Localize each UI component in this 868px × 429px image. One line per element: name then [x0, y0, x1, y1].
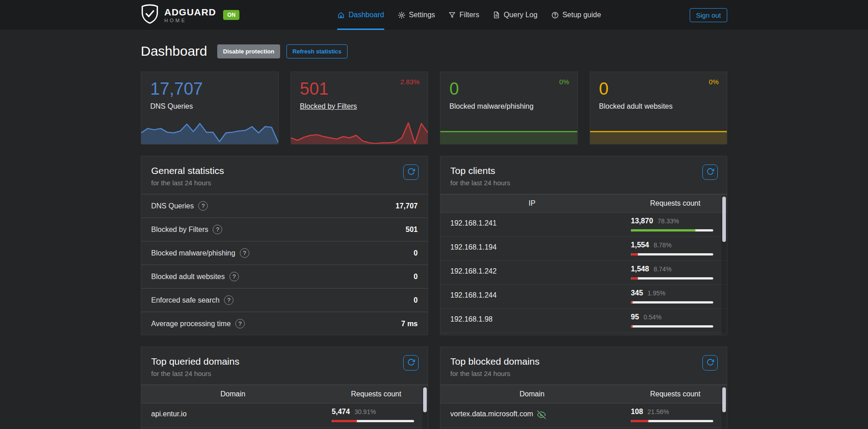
column-header-domain: Domain: [440, 390, 624, 398]
gear-icon: [398, 11, 405, 19]
sign-out-button[interactable]: Sign out: [690, 8, 727, 22]
progress-bar-fill: [631, 301, 633, 304]
requests-percent: 21.56%: [648, 408, 669, 415]
stat-row-blocked-adult-websites: Blocked adult websites ? 0: [141, 265, 428, 289]
general-statistics-rows: DNS Queries ? 17,707 Blocked by Filters …: [141, 194, 428, 335]
client-row-192-168-1-244[interactable]: 192.168.1.244 345 1.95%: [440, 285, 727, 309]
protection-status-badge: ON: [223, 10, 239, 20]
requests-count-cell: 108 21.56%: [624, 404, 727, 427]
client-row-192-168-1-242[interactable]: 192.168.1.242 1,548 8.74%: [440, 261, 727, 285]
disable-protection-button[interactable]: Disable protection: [217, 44, 280, 58]
help-circle-icon[interactable]: ?: [240, 248, 249, 258]
requests-count-cell: 1,548 8.74%: [624, 261, 727, 284]
sparkline-chart: [590, 119, 727, 144]
nav-item-settings[interactable]: Settings: [398, 0, 435, 30]
domain-row-api-entur-io[interactable]: api.entur.io 5,474 30.91%: [141, 404, 428, 428]
top-navbar: ADGUARD HOME ON Dashboard Settings Filt: [0, 0, 868, 30]
nav-item-setup-guide[interactable]: Setup guide: [551, 0, 601, 30]
requests-count-cell: 95 0.54%: [624, 309, 727, 333]
stat-label: DNS Queries: [150, 102, 193, 111]
stat-percent: 2.83%: [400, 78, 420, 86]
refresh-card-button[interactable]: [403, 164, 419, 180]
shield-check-logo-icon: [141, 4, 159, 26]
stat-row-enforced-safe-search: Enforced safe search ? 0: [141, 289, 428, 312]
stat-row-label: Enforced safe search: [151, 296, 219, 304]
stat-row-blocked-by-filters: Blocked by Filters ? 501: [141, 218, 428, 241]
requests-count-value: 95: [631, 313, 639, 321]
card-subtitle: for the last 24 hours: [450, 179, 717, 187]
progress-bar: [631, 277, 713, 280]
column-header-ip: IP: [440, 199, 624, 207]
client-row-192-168-1-194[interactable]: 192.168.1.194 1,554 8.78%: [440, 237, 727, 261]
nav-item-label: Setup guide: [563, 11, 601, 19]
table-header: IP Requests count: [440, 194, 727, 213]
refresh-card-button[interactable]: [403, 355, 419, 371]
nav-item-filters[interactable]: Filters: [448, 0, 479, 30]
brand-text: ADGUARD HOME: [164, 7, 216, 23]
requests-percent: 30.91%: [354, 408, 376, 415]
column-header-requests-count: Requests count: [624, 390, 727, 398]
scrollbar-thumb[interactable]: [722, 387, 726, 412]
stat-row-average-processing-time: Average processing time ? 7 ms: [141, 312, 428, 335]
table-header: Domain Requests count: [440, 385, 727, 404]
stat-row-label: DNS Queries: [151, 202, 194, 210]
client-ip: 192.168.1.242: [440, 261, 624, 284]
document-icon: [493, 11, 500, 19]
funnel-icon: [448, 11, 456, 19]
stat-cards-grid: 17,707 DNS Queries 2.83% 501 Blocked by …: [141, 72, 727, 145]
progress-bar: [332, 420, 414, 422]
requests-percent: 1.95%: [648, 289, 666, 297]
progress-bar-fill: [631, 229, 695, 231]
scrollbar-thumb[interactable]: [423, 387, 427, 412]
stat-row-value: 0: [414, 273, 418, 281]
client-row-192-168-1-98[interactable]: 192.168.1.98 95 0.54%: [440, 309, 727, 333]
nav-item-label: Filters: [459, 11, 479, 19]
progress-bar: [631, 301, 713, 304]
tracker-eye-off-icon: [537, 410, 546, 421]
help-circle-icon[interactable]: ?: [198, 201, 208, 211]
card-subtitle: for the last 24 hours: [450, 370, 717, 377]
sparkline-chart: [141, 119, 278, 144]
requests-count-value: 1,554: [631, 241, 649, 249]
requests-count-cell: 345 1.95%: [624, 285, 727, 308]
nav-item-query-log[interactable]: Query Log: [493, 0, 538, 30]
help-circle-icon[interactable]: ?: [229, 272, 239, 281]
stat-row-value: 7 ms: [401, 320, 418, 328]
client-row-192-168-1-241[interactable]: 192.168.1.241 13,870 78.33%: [440, 213, 727, 237]
refresh-icon: [407, 358, 415, 367]
help-circle-icon[interactable]: ?: [213, 225, 222, 234]
stat-card-blocked-malware: 0% 0 Blocked malware/phishing: [440, 72, 578, 145]
requests-count-value: 5,474: [332, 408, 350, 416]
help-circle-icon[interactable]: ?: [224, 295, 234, 305]
refresh-card-button[interactable]: [702, 355, 718, 371]
nav-links: Dashboard Settings Filters Query Log: [248, 0, 690, 30]
stat-row-value: 0: [414, 249, 418, 257]
scrollbar-thumb[interactable]: [722, 197, 726, 242]
column-header-requests-count: Requests count: [324, 390, 428, 398]
bottom-cards-row: Top queried domains for the last 24 hour…: [141, 347, 727, 429]
page-head: Dashboard Disable protection Refresh sta…: [141, 43, 727, 59]
requests-count-cell: 1,554 8.78%: [624, 237, 727, 260]
stat-row-value: 17,707: [396, 202, 418, 210]
progress-bar: [631, 420, 713, 422]
requests-count-value: 108: [631, 408, 643, 416]
stat-label[interactable]: Blocked by Filters: [300, 102, 357, 111]
help-circle-icon[interactable]: ?: [235, 319, 245, 328]
refresh-card-button[interactable]: [702, 164, 718, 180]
sparkline-chart: [440, 119, 577, 144]
adguard-brand: ADGUARD HOME ON: [141, 4, 239, 26]
progress-bar: [631, 229, 713, 231]
stat-row-label: Blocked by Filters: [151, 226, 208, 234]
scrollbar-track: [721, 386, 727, 429]
refresh-icon: [706, 168, 714, 177]
stat-value: 17,707: [150, 79, 278, 99]
stat-row-blocked-malware-phishing: Blocked malware/phishing ? 0: [141, 241, 428, 265]
progress-bar-fill: [631, 420, 649, 422]
domain-name: vortex.data.microsoft.com: [440, 404, 624, 427]
domain-row-vortex-data-microsoft-com[interactable]: vortex.data.microsoft.com 108: [440, 404, 727, 428]
general-statistics-card: General statistics for the last 24 hours…: [141, 156, 428, 335]
client-ip: 192.168.1.244: [440, 285, 624, 308]
refresh-statistics-button[interactable]: Refresh statistics: [286, 44, 347, 58]
stat-value: 0: [599, 79, 727, 99]
nav-item-dashboard[interactable]: Dashboard: [337, 0, 384, 30]
